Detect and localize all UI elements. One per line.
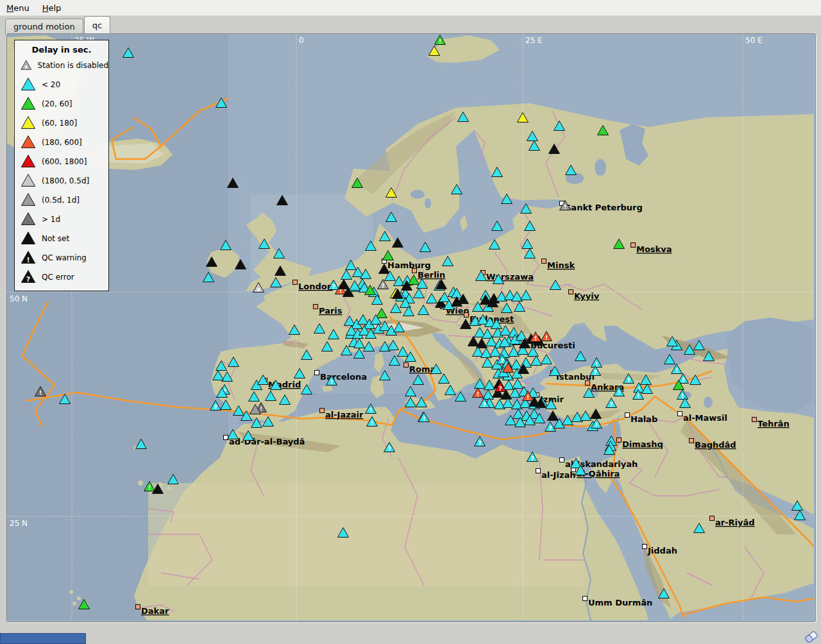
legend-item-label: QC warning: [42, 253, 87, 262]
legend-item-label: Not set: [42, 234, 69, 243]
legend-triangle-icon: [20, 173, 37, 189]
legend-item: < 20: [15, 75, 108, 94]
legend-item-label: (180, 600]: [42, 138, 82, 147]
station-mark: ?: [500, 358, 504, 364]
city-marker: [643, 545, 647, 549]
legend-triangle[interactable]: !: [21, 251, 35, 264]
station-mark: !: [595, 422, 598, 428]
city-label: Sankt Peterburg: [565, 203, 643, 212]
tab-ground-motion[interactable]: ground motion: [5, 19, 83, 35]
station-mark: ?: [214, 404, 217, 411]
city-marker: [464, 313, 469, 318]
station-mark: ?: [26, 275, 31, 284]
station-mark: !: [681, 393, 684, 400]
legend-triangle[interactable]: [21, 213, 35, 225]
legend-triangle[interactable]: x: [21, 60, 31, 70]
legend-item: (0.5d, 1d]: [15, 191, 108, 210]
connection-status-icon: [803, 630, 820, 644]
map-canvas[interactable]: 25 W025 E50 E50 N25 N LondonParisMadridB…: [6, 33, 816, 622]
legend-item-label: (0.5d, 1d]: [42, 196, 80, 205]
city-marker: [710, 516, 715, 521]
station-mark: !: [564, 204, 566, 210]
city-label: Jiddah: [647, 546, 677, 555]
station-mark: !: [39, 390, 42, 396]
legend-triangle-icon: [20, 77, 37, 92]
legend-item: > 1d: [15, 210, 108, 229]
city-marker: [625, 413, 630, 418]
station-mark: x: [257, 286, 260, 292]
legend-triangle-icon: [20, 115, 37, 131]
city-label: Paris: [319, 306, 343, 316]
legend-item: (600, 1800]: [15, 152, 108, 171]
station-mark: ?: [609, 402, 613, 408]
station-mark: !: [369, 407, 372, 414]
message-progress-bar: [0, 633, 86, 644]
station-mark: ?: [381, 283, 384, 289]
station-mark: !: [26, 256, 30, 264]
city-label: ad-Dâr-al-Baydâ: [229, 437, 305, 446]
menu-bar: MenuHelp: [0, 0, 821, 16]
city-label: Dimashq: [622, 439, 663, 449]
station-mark: ?: [681, 377, 684, 384]
meridian-label: 0: [299, 36, 304, 45]
city-marker: [320, 409, 325, 413]
legend-triangle-icon: [20, 231, 37, 246]
station-mark: !: [637, 393, 639, 400]
meridian-label: 50 E: [745, 36, 763, 45]
city-marker: [136, 605, 140, 609]
legend-triangle[interactable]: [21, 97, 35, 110]
menu-item-menu[interactable]: Menu: [0, 2, 36, 14]
city-marker: [560, 458, 564, 462]
city-label: Hamburg: [387, 260, 430, 270]
station-mark: !: [545, 335, 548, 341]
city-label: Halab: [631, 414, 657, 424]
city-marker: [678, 412, 682, 416]
city-label: Berlin: [418, 270, 445, 280]
legend-triangle-icon: [20, 154, 37, 169]
city-marker: [617, 438, 622, 443]
legend-item: Not set: [15, 229, 108, 248]
legend-triangle-icon: !: [20, 250, 37, 266]
menu-item-help[interactable]: Help: [36, 2, 68, 14]
city-label: Moskva: [636, 244, 672, 254]
city-label: al-Jazair: [325, 410, 364, 419]
legend-triangle[interactable]: [21, 155, 35, 167]
city-label: Warszawa: [486, 272, 534, 282]
legend-triangle[interactable]: [21, 232, 35, 244]
legend-triangle[interactable]: [21, 136, 35, 148]
legend-item-label: (1800, 0.5d]: [42, 176, 89, 185]
station-mark: !: [371, 420, 373, 427]
station-mark: !: [148, 485, 151, 491]
city-marker: [631, 243, 636, 248]
legend-triangle[interactable]: [21, 78, 35, 90]
legend-item: ?QC error: [15, 267, 108, 287]
station-mark: !: [423, 416, 425, 422]
legend-item: (20, 60]: [15, 94, 108, 114]
city-label: Barcelona: [320, 372, 367, 382]
station-mark: ?: [593, 369, 597, 376]
station-mark: x: [24, 64, 28, 70]
station-mark: ?: [627, 377, 630, 384]
legend-item: (180, 600]: [15, 133, 108, 152]
meridian-label: 25 E: [525, 36, 543, 45]
tab-bar: ground motionqc: [5, 18, 111, 33]
legend-triangle-icon: ?: [20, 269, 37, 285]
station-mark: !: [527, 394, 529, 401]
city-marker: [586, 381, 590, 386]
city-label: Umm Durmân: [588, 598, 652, 607]
legend-triangle[interactable]: ?: [21, 271, 35, 284]
tab-qc[interactable]: qc: [84, 16, 110, 33]
legend-triangle[interactable]: [21, 117, 35, 129]
station-mark: !: [439, 38, 441, 45]
legend-item-label: (20, 60]: [42, 99, 72, 108]
city-marker: [542, 259, 546, 264]
legend-triangle[interactable]: [21, 194, 35, 206]
legend-triangle-icon: [20, 96, 37, 112]
city-marker: [569, 290, 573, 294]
app-window: { "menu": { "items": [ { "label": "Menu"…: [0, 0, 821, 644]
legend-triangle[interactable]: [21, 174, 35, 187]
legend-item: !QC warning: [15, 248, 108, 267]
legend-triangle-icon: [20, 135, 37, 150]
legend-triangle-icon: [20, 192, 37, 208]
parallel-label: 25 N: [10, 519, 28, 528]
